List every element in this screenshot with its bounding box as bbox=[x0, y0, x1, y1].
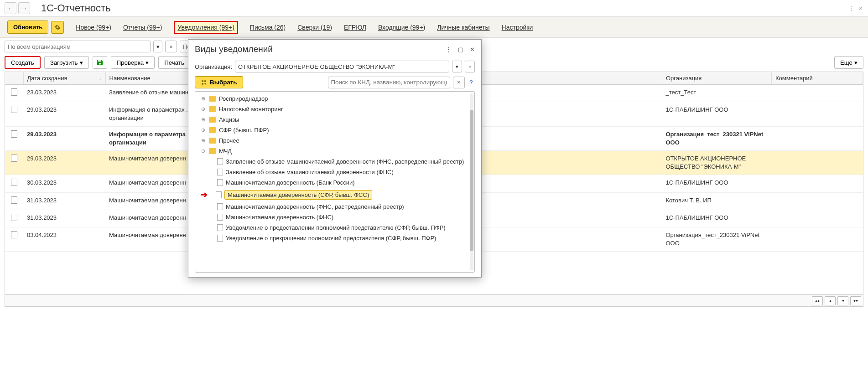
clear-filter-button[interactable]: × bbox=[165, 41, 177, 52]
refresh-disk-icon bbox=[96, 59, 104, 66]
tree-folder[interactable]: ⊕Акцизы bbox=[195, 114, 474, 125]
tree-folder[interactable]: ⊕СФР (бывш. ПФР) bbox=[195, 125, 474, 135]
tree-folder[interactable]: ⊕Прочее bbox=[195, 135, 474, 146]
chevron-down-icon: ▾ bbox=[854, 59, 858, 66]
expand-icon[interactable]: ⊕ bbox=[200, 117, 206, 123]
folder-label: Акцизы bbox=[219, 116, 239, 123]
header-org[interactable]: Организация bbox=[662, 72, 772, 85]
org-filter-dropdown[interactable]: По всем организациям bbox=[5, 41, 151, 52]
cell-comment bbox=[772, 150, 863, 175]
nav-egrul[interactable]: ЕГРЮЛ bbox=[344, 24, 366, 31]
nav-reconciliations[interactable]: Сверки (19) bbox=[297, 24, 332, 31]
refresh-button[interactable]: Обновить bbox=[7, 21, 48, 34]
expand-icon[interactable]: ⊕ bbox=[200, 138, 206, 144]
tree-leaf[interactable]: Машиночитаемая доверенность (ФНС) bbox=[195, 212, 474, 222]
dialog-close-icon[interactable]: ✕ bbox=[470, 46, 475, 53]
tree-leaf[interactable]: Заявление об отзыве машиночитаемой довер… bbox=[195, 156, 474, 167]
cell-date: 31.03.2023 bbox=[23, 192, 105, 210]
refresh-icon-button[interactable] bbox=[93, 56, 107, 69]
org-label: Организация: bbox=[195, 63, 232, 70]
tree-leaf[interactable]: Уведомление о предоставлении полномочий … bbox=[195, 222, 474, 233]
nav-cabinets[interactable]: Личные кабинеты bbox=[437, 24, 489, 31]
tree-leaf[interactable]: ➔Машиночитаемая доверенность (СФР, бывш.… bbox=[195, 188, 474, 201]
notification-tree[interactable]: ⊕Росприроднадзор⊕Налоговый мониторинг⊕Ак… bbox=[195, 91, 475, 273]
file-icon bbox=[217, 158, 223, 165]
folder-icon bbox=[209, 96, 216, 102]
folder-icon bbox=[209, 106, 216, 112]
nav-letters[interactable]: Письма (26) bbox=[250, 24, 286, 31]
nav-back-button[interactable]: ← bbox=[5, 2, 16, 14]
more-label: Еще bbox=[840, 59, 852, 66]
leaf-label: Машиночитаемая доверенность (ФНС) bbox=[226, 214, 333, 221]
load-button[interactable]: Загрузить ▾ bbox=[44, 56, 89, 69]
scrollbar-thumb[interactable] bbox=[470, 110, 473, 251]
expand-icon[interactable]: ⊕ bbox=[200, 127, 206, 133]
cell-date: 30.03.2023 bbox=[23, 175, 105, 192]
dialog-search-input[interactable] bbox=[328, 77, 451, 88]
tree-leaf[interactable]: Уведомление о прекращении полномочий пре… bbox=[195, 233, 474, 243]
leaf-label: Уведомление о прекращении полномочий пре… bbox=[226, 235, 436, 242]
page-last-button[interactable]: ▾▾ bbox=[850, 296, 861, 305]
org-dropdown-button[interactable]: ▾ bbox=[452, 61, 462, 72]
nav-settings[interactable]: Настройки bbox=[502, 24, 533, 31]
load-label: Загрузить bbox=[50, 59, 78, 66]
cell-org: Организация_тест_230321 ViPNet ООО bbox=[662, 227, 772, 251]
dialog-search-clear[interactable]: × bbox=[453, 77, 465, 88]
document-icon bbox=[11, 155, 17, 162]
document-icon bbox=[11, 179, 17, 186]
select-button[interactable]: Выбрать bbox=[195, 76, 243, 88]
nav-notifications[interactable]: Уведомления (99+) bbox=[174, 21, 238, 34]
document-icon bbox=[11, 88, 17, 96]
tree-folder[interactable]: ⊖МЧД bbox=[195, 146, 474, 156]
leaf-label: Заявление об отзыве машиночитаемой довер… bbox=[226, 169, 394, 175]
chevron-down-icon: ▾ bbox=[146, 59, 149, 66]
folder-icon bbox=[209, 138, 216, 144]
expand-icon[interactable]: ⊕ bbox=[200, 96, 206, 102]
nav-new[interactable]: Новое (99+) bbox=[76, 24, 111, 31]
dropdown-arrow-icon[interactable]: ▾ bbox=[153, 41, 162, 52]
cell-comment bbox=[772, 227, 863, 251]
menu-icon[interactable]: ⋮ bbox=[847, 5, 855, 12]
org-value: ОТКРЫТОЕ АКЦИОНЕРНОЕ ОБЩЕСТВО "ЭКОНИКА-М… bbox=[238, 63, 395, 70]
dialog-maximize-icon[interactable]: ▢ bbox=[458, 46, 463, 53]
org-open-button[interactable]: ▫ bbox=[465, 61, 475, 72]
tree-folder[interactable]: ⊕Налоговый мониторинг bbox=[195, 104, 474, 114]
cell-org: 1С-ПАБЛИШИНГ ООО bbox=[662, 102, 772, 126]
print-button[interactable]: Печать bbox=[158, 56, 190, 69]
tree-leaf[interactable]: Машиночитаемая доверенность (ФНС, распре… bbox=[195, 201, 474, 212]
org-input[interactable]: ОТКРЫТОЕ АКЦИОНЕРНОЕ ОБЩЕСТВО "ЭКОНИКА-М… bbox=[235, 61, 449, 72]
folder-label: Росприроднадзор bbox=[219, 95, 268, 102]
chevron-down-icon: ▾ bbox=[80, 59, 83, 66]
expand-icon[interactable]: ⊕ bbox=[200, 106, 206, 112]
sort-asc-icon: ↓ bbox=[99, 75, 102, 82]
cell-comment bbox=[772, 192, 863, 210]
more-button[interactable]: Еще ▾ bbox=[834, 56, 863, 69]
tree-leaf[interactable]: Заявление об отзыве машиночитаемой довер… bbox=[195, 167, 474, 177]
nav-forward-button[interactable]: → bbox=[18, 2, 30, 14]
settings-gear-button[interactable] bbox=[51, 21, 64, 34]
leaf-label: Заявление об отзыве машиночитаемой довер… bbox=[226, 158, 464, 165]
leaf-label: Машиночитаемая доверенность (ФНС, распре… bbox=[226, 203, 404, 210]
header-comment[interactable]: Комментарий bbox=[772, 72, 863, 85]
dialog-menu-icon[interactable]: ⋮ bbox=[446, 46, 452, 53]
page-down-button[interactable]: ▾ bbox=[837, 296, 848, 305]
titlebar: ← → 1С-Отчетность ⋮ × bbox=[0, 0, 868, 16]
page-first-button[interactable]: ▴▴ bbox=[812, 296, 823, 305]
page-up-button[interactable]: ▴ bbox=[825, 296, 836, 305]
nav-incoming[interactable]: Входящие (99+) bbox=[378, 24, 425, 31]
tree-leaf[interactable]: Машиночитаемая доверенность (Банк России… bbox=[195, 177, 474, 188]
create-button[interactable]: Создать bbox=[5, 56, 41, 69]
arrow-right-icon: ➔ bbox=[201, 190, 208, 200]
close-tab-icon[interactable]: × bbox=[858, 5, 863, 12]
notification-types-dialog: Виды уведомлений ⋮ ▢ ✕ Организация: ОТКР… bbox=[188, 39, 482, 278]
select-label: Выбрать bbox=[210, 79, 237, 86]
nav-reports[interactable]: Отчеты (99+) bbox=[123, 24, 162, 31]
expand-icon[interactable]: ⊖ bbox=[200, 148, 206, 154]
cell-date: 03.04.2023 bbox=[23, 227, 105, 251]
help-icon[interactable]: ? bbox=[468, 79, 475, 86]
folder-icon bbox=[209, 117, 216, 123]
document-icon bbox=[11, 214, 17, 221]
header-date[interactable]: Дата создания↓ bbox=[23, 72, 105, 85]
tree-folder[interactable]: ⊕Росприроднадзор bbox=[195, 93, 474, 104]
check-button[interactable]: Проверка ▾ bbox=[111, 56, 155, 69]
